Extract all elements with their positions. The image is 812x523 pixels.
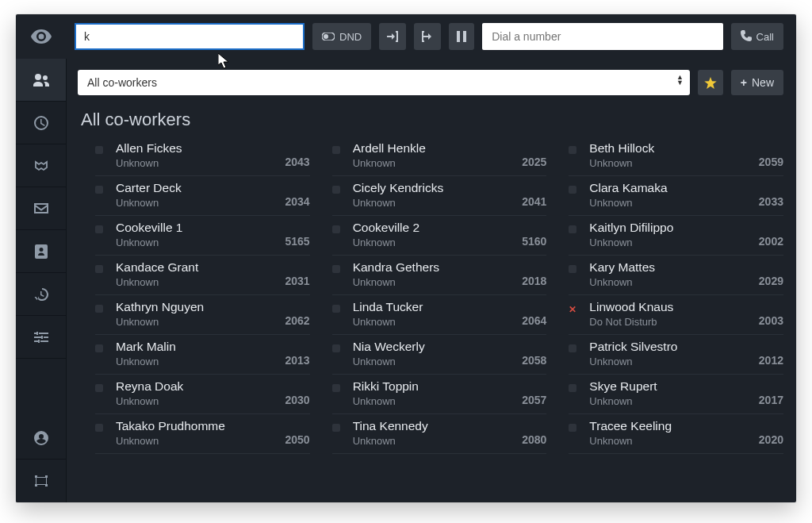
coworker-name: Kary Mattes xyxy=(589,260,751,275)
coworker-name: Mark Malin xyxy=(116,340,278,354)
coworker-item[interactable]: ✕Linwood KnausDo Not Disturb2003 xyxy=(569,295,783,335)
coworker-item[interactable]: Cookeville 2Unknown5160 xyxy=(332,216,547,256)
sidebar-item-settings[interactable] xyxy=(16,316,66,359)
coworker-status: Unknown xyxy=(116,276,278,288)
coworker-filter-select[interactable]: All co-workers ▲▼ xyxy=(78,70,690,95)
coworker-name: Skye Rupert xyxy=(589,379,751,394)
list-title: All co-workers xyxy=(81,110,783,130)
coworker-name: Tracee Keeling xyxy=(589,419,751,433)
coworker-status: Unknown xyxy=(353,395,515,407)
coworker-status: Unknown xyxy=(116,157,278,169)
coworker-status: Unknown xyxy=(116,197,278,209)
status-indicator xyxy=(569,186,576,194)
coworker-item[interactable]: Cicely KendricksUnknown2041 xyxy=(332,176,547,216)
coworker-item[interactable]: Kathryn NguyenUnknown2062 xyxy=(95,295,310,335)
status-indicator xyxy=(569,424,576,432)
content: All co-workers ▲▼ + New All co-workers A… xyxy=(67,59,796,502)
status-indicator xyxy=(95,344,103,352)
coworker-extension: 2031 xyxy=(285,275,310,288)
status-indicator xyxy=(95,384,103,392)
status-indicator xyxy=(569,146,576,154)
coworker-item[interactable]: Tracee KeelingUnknown2020 xyxy=(569,414,783,454)
coworker-name: Takako Prudhomme xyxy=(116,419,278,433)
coworker-item[interactable]: Patrick SilvestroUnknown2012 xyxy=(569,335,783,375)
coworker-status: Unknown xyxy=(353,316,515,328)
coworker-status: Unknown xyxy=(353,435,515,447)
coworker-name: Beth Hillock xyxy=(589,141,751,156)
coworker-status: Unknown xyxy=(116,435,278,447)
star-icon xyxy=(704,77,717,89)
coworker-extension: 2043 xyxy=(285,156,310,169)
new-label: New xyxy=(752,76,774,89)
call-button[interactable]: Call xyxy=(731,23,783,50)
coworker-item[interactable]: Kandace GrantUnknown2031 xyxy=(95,256,310,295)
coworker-extension: 2033 xyxy=(759,195,783,209)
coworker-item[interactable]: Cookeville 1Unknown5165 xyxy=(95,216,310,256)
coworker-extension: 2025 xyxy=(522,156,546,169)
sidebar-item-messages[interactable] xyxy=(16,187,66,230)
status-indicator xyxy=(569,344,576,352)
presence-eye-icon[interactable] xyxy=(16,29,67,44)
clock-icon xyxy=(34,116,48,130)
sidebar-item-coworkers[interactable] xyxy=(16,59,66,102)
logout-icon-button[interactable] xyxy=(414,23,441,50)
coworker-name: Allen Fickes xyxy=(116,141,278,156)
sidebar-item-layout[interactable] xyxy=(16,460,66,502)
coworker-item[interactable]: Skye RupertUnknown2017 xyxy=(569,375,783,414)
coworker-item[interactable]: Kandra GethersUnknown2018 xyxy=(332,256,547,295)
search-input-wrap[interactable] xyxy=(75,23,304,50)
sidebar-item-profile[interactable] xyxy=(16,417,66,460)
filter-row: All co-workers ▲▼ + New xyxy=(67,59,796,105)
coworker-list: All co-workers Allen FickesUnknown2043Ar… xyxy=(67,105,796,502)
coworker-extension: 2003 xyxy=(759,314,783,328)
sidebar-item-recent[interactable] xyxy=(16,273,66,316)
coworker-item[interactable]: Linda TuckerUnknown2064 xyxy=(332,295,547,335)
coworker-name: Rikki Toppin xyxy=(353,379,515,394)
coworker-item[interactable]: Kary MattesUnknown2029 xyxy=(569,256,783,295)
coworker-extension: 2018 xyxy=(522,275,546,288)
sidebar-item-history[interactable] xyxy=(16,102,66,144)
coworker-extension: 5160 xyxy=(522,235,546,248)
coworker-item[interactable]: Nia WeckerlyUnknown2058 xyxy=(332,335,547,375)
status-indicator xyxy=(95,186,103,194)
coworker-item[interactable]: Reyna DoakUnknown2030 xyxy=(95,375,310,414)
coworker-status: Unknown xyxy=(589,197,751,209)
handshake-icon xyxy=(33,160,49,171)
pause-icon xyxy=(457,31,466,42)
coworker-item[interactable]: Takako PrudhommeUnknown2050 xyxy=(95,414,310,454)
dnd-toggle-button[interactable]: DND xyxy=(312,23,371,50)
coworker-item[interactable]: Kaitlyn DifilippoUnknown2002 xyxy=(569,216,783,256)
status-indicator xyxy=(332,225,340,233)
coworker-item[interactable]: Carter DeckUnknown2034 xyxy=(95,176,310,216)
dial-number-input[interactable] xyxy=(492,30,713,43)
coworker-extension: 5165 xyxy=(285,235,310,248)
sidebar-item-contacts[interactable] xyxy=(16,230,66,273)
favorites-button[interactable] xyxy=(698,70,723,95)
coworker-item[interactable]: Allen FickesUnknown2043 xyxy=(95,137,310,176)
coworker-item[interactable]: Rikki ToppinUnknown2057 xyxy=(332,375,547,414)
coworker-item[interactable]: Mark MalinUnknown2013 xyxy=(95,335,310,375)
coworker-extension: 2017 xyxy=(759,394,783,407)
coworker-item[interactable]: Clara KamakaUnknown2033 xyxy=(569,176,783,216)
coworker-item[interactable]: Ardell HenkleUnknown2025 xyxy=(332,137,547,176)
coworker-status: Unknown xyxy=(589,276,751,288)
coworker-status: Unknown xyxy=(589,157,751,169)
coworker-item[interactable]: Beth HillockUnknown2059 xyxy=(569,137,783,176)
coworker-status: Unknown xyxy=(116,237,278,248)
dial-number-input-wrap[interactable] xyxy=(482,23,722,50)
coworker-name: Cookeville 1 xyxy=(116,221,278,235)
coworker-status: Unknown xyxy=(589,237,751,248)
sidebar-item-transfers[interactable] xyxy=(16,144,66,187)
phone-icon xyxy=(741,30,752,44)
coworker-extension: 2034 xyxy=(285,195,310,209)
status-indicator xyxy=(569,384,576,392)
coworker-extension: 2012 xyxy=(759,354,783,367)
dnd-label: DND xyxy=(339,31,362,43)
search-input[interactable] xyxy=(84,30,295,43)
coworker-name: Cookeville 2 xyxy=(353,221,515,235)
login-icon-button[interactable] xyxy=(379,23,406,50)
new-button[interactable]: + New xyxy=(731,70,783,95)
coworker-filter-value: All co-workers xyxy=(87,76,157,89)
pause-button[interactable] xyxy=(449,23,474,50)
coworker-item[interactable]: Tina KennedyUnknown2080 xyxy=(332,414,547,454)
